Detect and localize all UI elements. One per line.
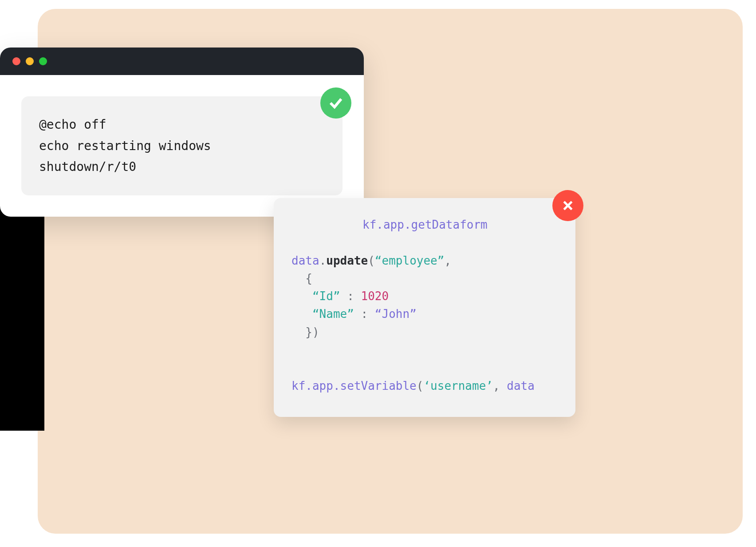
code-line: “Name” : “John” — [291, 305, 558, 323]
terminal-window: @echo off echo restarting windows shutdo… — [0, 48, 364, 217]
code-line: kf.app.setVariable(‘username’, data — [291, 377, 558, 395]
code-token: update — [326, 254, 368, 267]
code-token: ‘username’ — [423, 379, 493, 392]
close-icon — [561, 199, 575, 212]
terminal-titlebar — [0, 48, 364, 75]
terminal-body: @echo off echo restarting windows shutdo… — [0, 75, 364, 217]
code-token: { — [291, 272, 312, 285]
code-token: , — [444, 254, 451, 267]
code-token: : — [354, 307, 375, 321]
code-token: “employee” — [375, 254, 445, 267]
check-icon — [328, 95, 344, 111]
code-token: 1020 — [361, 289, 389, 303]
code-token: }) — [291, 325, 319, 339]
code-line — [291, 341, 558, 359]
code-line: kf.app.getDataform — [291, 216, 558, 234]
code-token: : — [340, 289, 361, 303]
code-line: { — [291, 270, 558, 287]
code-token: ( — [417, 379, 424, 392]
code-line: }) — [291, 323, 558, 341]
code-line: echo restarting windows — [39, 135, 325, 157]
code-line — [291, 234, 558, 251]
close-badge — [552, 190, 583, 221]
code-token: “Id” — [291, 289, 340, 303]
code-block-batch: @echo off echo restarting windows shutdo… — [21, 96, 343, 195]
check-badge — [320, 87, 351, 119]
code-token: data — [291, 254, 319, 267]
code-token: . — [319, 254, 327, 267]
window-minimize-icon[interactable] — [26, 57, 34, 65]
code-token: “Name” — [291, 307, 354, 321]
code-token: , — [493, 379, 507, 392]
code-token: “John” — [375, 307, 417, 321]
code-line: @echo off — [39, 114, 325, 135]
code-line — [291, 359, 558, 377]
window-close-icon[interactable] — [12, 57, 20, 65]
code-line: shutdown/r/t0 — [39, 156, 325, 178]
code-token: data — [507, 379, 535, 392]
code-line: “Id” : 1020 — [291, 287, 558, 305]
code-block-script: kf.app.getDataform data.update(“employee… — [274, 198, 575, 417]
window-maximize-icon[interactable] — [39, 57, 47, 65]
code-token: kf.app.setVariable — [291, 379, 417, 392]
code-line: data.update(“employee”, — [291, 252, 558, 270]
code-token: kf.app.getDataform — [362, 218, 488, 231]
code-token: ( — [368, 254, 375, 267]
